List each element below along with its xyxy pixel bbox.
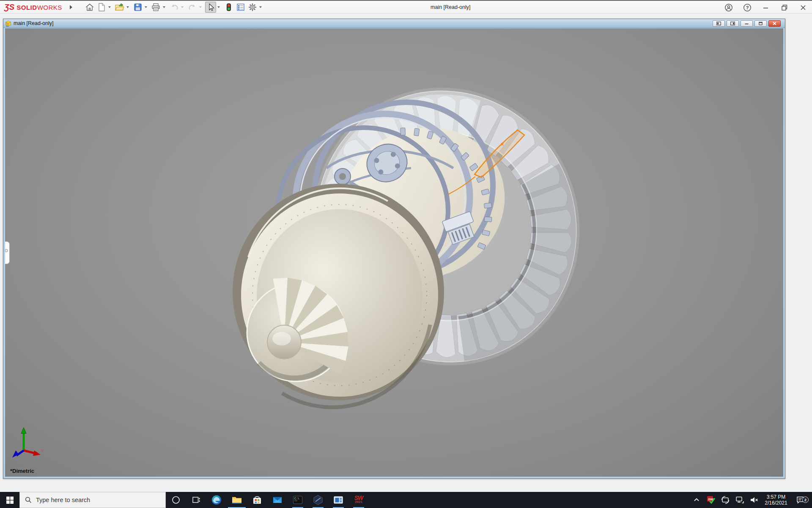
triad-x-label: x bbox=[41, 448, 44, 453]
doc-pane-right-button[interactable] bbox=[727, 20, 739, 27]
help-button[interactable]: ? bbox=[743, 3, 752, 12]
network-ethernet-icon bbox=[735, 495, 744, 505]
view-orientation-label: *Dimetric bbox=[10, 468, 34, 474]
graphics-viewport[interactable]: × x *Dimetric bbox=[5, 28, 783, 477]
volume-muted-icon bbox=[749, 495, 759, 505]
new-dropdown-caret[interactable] bbox=[108, 6, 111, 8]
taskbar: Type here to search bbox=[0, 492, 812, 508]
tray-network[interactable] bbox=[732, 495, 747, 505]
taskbar-app-dark-hexagon[interactable] bbox=[308, 492, 328, 508]
reference-triad: x bbox=[11, 424, 45, 458]
rebuild-button[interactable] bbox=[223, 2, 234, 13]
open-button[interactable] bbox=[114, 2, 125, 13]
solidworks-check-icon: SW bbox=[707, 496, 715, 504]
account-button[interactable] bbox=[724, 3, 733, 12]
display-sync-icon bbox=[721, 495, 730, 505]
taskbar-app-mail[interactable] bbox=[267, 492, 288, 508]
window-panels-app-icon bbox=[333, 494, 344, 505]
svg-text:?: ? bbox=[746, 5, 749, 10]
windows-logo-icon bbox=[6, 497, 14, 504]
command-prompt-icon: C:\ bbox=[292, 494, 303, 505]
print-dropdown-caret[interactable] bbox=[163, 6, 165, 8]
file-properties-button[interactable] bbox=[235, 2, 246, 13]
file-properties-icon bbox=[236, 3, 245, 12]
action-center-button[interactable]: 2 bbox=[791, 495, 809, 505]
front-nozzle-bell[interactable] bbox=[233, 184, 444, 407]
print-button[interactable] bbox=[151, 2, 162, 13]
redo-button[interactable] bbox=[187, 2, 198, 13]
restore-button[interactable] bbox=[780, 3, 789, 12]
open-folder-icon bbox=[115, 3, 125, 12]
tray-display-sync[interactable] bbox=[718, 495, 732, 505]
model-turbofan-engine[interactable]: × bbox=[5, 28, 783, 477]
dark-hexagon-app-icon bbox=[313, 494, 324, 505]
open-dropdown-caret[interactable] bbox=[126, 6, 129, 8]
mail-icon bbox=[272, 494, 283, 505]
start-button[interactable] bbox=[0, 492, 19, 508]
tray-volume-muted[interactable] bbox=[747, 495, 761, 505]
mdi-background: main [Read-only] bbox=[0, 14, 812, 492]
ds-logo-glyph: ƷS bbox=[4, 3, 14, 12]
options-dropdown-caret[interactable] bbox=[259, 6, 262, 8]
home-button[interactable] bbox=[84, 2, 95, 13]
menu-expand-arrow-icon[interactable] bbox=[70, 5, 72, 9]
select-tool-button[interactable] bbox=[205, 2, 216, 13]
save-dropdown-caret[interactable] bbox=[145, 6, 147, 8]
options-button[interactable] bbox=[247, 2, 258, 13]
close-button[interactable] bbox=[798, 3, 808, 12]
select-dropdown-caret[interactable] bbox=[217, 6, 220, 8]
tray-clock[interactable]: 3:57 PM 2/16/2021 bbox=[761, 494, 791, 506]
taskbar-app-command-prompt[interactable]: C:\ bbox=[288, 492, 308, 508]
taskbar-app-solidworks[interactable]: SW 2021 bbox=[348, 492, 369, 508]
undo-dropdown-caret bbox=[181, 6, 184, 8]
doc-restore-button[interactable] bbox=[754, 20, 767, 27]
print-icon bbox=[151, 3, 161, 12]
undo-button[interactable] bbox=[169, 2, 180, 13]
taskbar-app-store[interactable] bbox=[247, 492, 267, 508]
solidworks-logo: ƷS SOLID WORKS bbox=[4, 3, 62, 12]
close-icon bbox=[800, 4, 807, 11]
doc-close-button[interactable] bbox=[768, 20, 781, 27]
svg-text:×: × bbox=[501, 141, 504, 147]
taskbar-search-input[interactable]: Type here to search bbox=[19, 492, 166, 508]
doc-close-icon bbox=[772, 22, 777, 25]
hidden-icons-chevron[interactable] bbox=[689, 497, 704, 503]
redo-dropdown-caret bbox=[199, 6, 202, 8]
save-button[interactable] bbox=[132, 2, 143, 13]
app-window-title: main [Read-only] bbox=[431, 4, 471, 10]
microsoft-store-icon bbox=[252, 494, 263, 505]
new-document-button[interactable] bbox=[96, 2, 107, 13]
cortana-button[interactable] bbox=[166, 492, 186, 508]
restore-icon bbox=[781, 4, 788, 11]
search-icon bbox=[25, 497, 32, 503]
chevron-up-icon bbox=[693, 497, 700, 503]
doc-minimize-icon bbox=[744, 22, 749, 25]
taskbar-app-file-explorer[interactable] bbox=[227, 492, 247, 508]
search-placeholder: Type here to search bbox=[36, 497, 90, 503]
task-view-button[interactable] bbox=[186, 492, 206, 508]
document-window: main [Read-only] bbox=[3, 19, 785, 479]
help-icon: ? bbox=[743, 3, 752, 12]
tray-solidworks-status[interactable]: SW bbox=[704, 496, 718, 504]
task-view-icon bbox=[192, 495, 201, 505]
home-icon bbox=[85, 3, 94, 12]
doc-pane-left-button[interactable] bbox=[713, 20, 725, 27]
app-titlebar: ƷS SOLID WORKS bbox=[0, 0, 812, 14]
options-gear-icon bbox=[248, 3, 257, 12]
taskbar-app-window-panels[interactable] bbox=[328, 492, 348, 508]
cortana-icon bbox=[171, 495, 181, 505]
select-cursor-icon bbox=[206, 3, 215, 12]
edge-icon bbox=[211, 494, 222, 505]
clock-time: 3:57 PM bbox=[761, 494, 791, 500]
system-tray: SW 3:5 bbox=[689, 492, 812, 508]
tab-knob-icon bbox=[5, 249, 8, 252]
minimize-icon bbox=[763, 4, 769, 11]
taskbar-app-edge[interactable] bbox=[206, 492, 227, 508]
doc-minimize-button[interactable] bbox=[741, 20, 753, 27]
main-toolbar bbox=[84, 2, 264, 13]
pane-right-icon bbox=[730, 22, 735, 25]
document-titlebar[interactable]: main [Read-only] bbox=[3, 19, 785, 28]
account-icon bbox=[724, 3, 733, 12]
minimize-button[interactable] bbox=[761, 3, 771, 12]
featuremanager-collapsed-tab[interactable] bbox=[5, 241, 10, 264]
